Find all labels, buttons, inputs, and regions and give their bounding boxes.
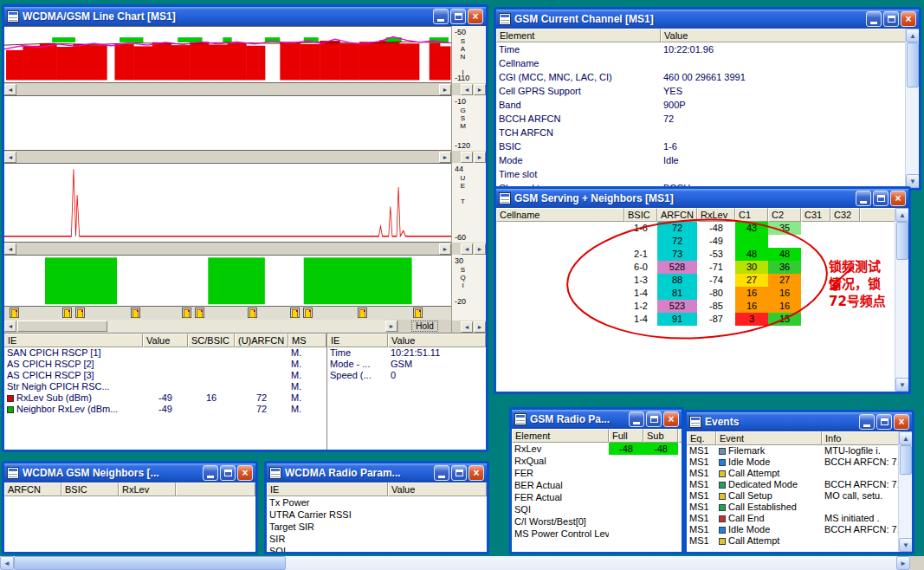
column-header[interactable]: C31 xyxy=(801,208,830,222)
table-row[interactable]: AS CPICH RSCP [2]M. xyxy=(4,359,326,370)
scroll-right-icon[interactable]: ► xyxy=(439,152,451,163)
table-row[interactable]: SIR xyxy=(267,533,487,545)
scroll-left-icon[interactable]: ◄ xyxy=(4,243,16,255)
maximize-button[interactable] xyxy=(883,11,899,27)
chart-rscp-panel[interactable] xyxy=(4,26,451,83)
table-row[interactable]: UTRA Carrier RSSI xyxy=(267,508,487,521)
scroll-up-icon[interactable]: ▲ xyxy=(895,208,908,222)
scrollbar-thumb[interactable] xyxy=(896,222,908,260)
close-button[interactable]: × xyxy=(468,9,483,24)
vertical-scrollbar[interactable]: ▲ ▼ xyxy=(905,29,919,188)
table-row[interactable]: MS1Call SetupMO call, setu. xyxy=(687,490,912,502)
chart-scrollbar[interactable]: ◄ ► xyxy=(4,83,451,95)
column-header[interactable]: BSIC xyxy=(61,483,119,496)
scroll-left-icon[interactable]: ◄ xyxy=(461,321,473,333)
scrollbar-thumb[interactable] xyxy=(14,556,286,570)
titlebar-gsm-serving-neighbors[interactable]: GSM Serving + Neighbors [MS1] × xyxy=(496,189,908,208)
table-row[interactable]: AS CPICH RSCP [3]M. xyxy=(4,370,326,381)
scroll-up-icon[interactable]: ▲ xyxy=(899,431,912,445)
phone-event-icon[interactable] xyxy=(413,308,423,318)
table-row[interactable]: Cellname xyxy=(496,56,919,70)
scroll-left-icon[interactable]: ◄ xyxy=(461,152,473,163)
maximize-button[interactable] xyxy=(451,465,467,481)
table-row[interactable]: SQI xyxy=(512,503,682,515)
scroll-right-icon[interactable]: ► xyxy=(474,84,486,95)
table-row[interactable]: MS Power Control Level xyxy=(512,528,682,540)
scroll-left-icon[interactable]: ◄ xyxy=(4,321,16,332)
scrollbar-thumb[interactable] xyxy=(900,445,912,475)
maximize-button[interactable] xyxy=(450,9,466,24)
close-button[interactable]: × xyxy=(894,414,909,430)
phone-event-icon[interactable] xyxy=(131,308,140,318)
scroll-right-icon[interactable]: ► xyxy=(474,243,486,255)
column-header[interactable]: C2 xyxy=(768,208,801,222)
table-row[interactable]: TCH ARFCN xyxy=(496,126,919,139)
phone-event-icon[interactable] xyxy=(248,308,257,318)
column-header[interactable]: C1 xyxy=(735,208,768,222)
phone-event-icon[interactable] xyxy=(195,308,204,318)
minimize-button[interactable] xyxy=(859,414,875,430)
chart-scrollbar[interactable]: ◄ ► xyxy=(4,243,451,255)
column-header[interactable]: Eq. xyxy=(687,431,716,445)
maximize-button[interactable] xyxy=(876,414,892,430)
column-header[interactable]: Cellname xyxy=(496,208,624,222)
chart-gsm-rxlev-panel[interactable] xyxy=(4,95,451,151)
table-row[interactable]: Time10:21:51.11 xyxy=(327,347,486,359)
horizontal-scrollbar[interactable]: ◄ ► xyxy=(0,556,924,570)
scroll-left-icon[interactable]: ◄ xyxy=(0,556,14,570)
scroll-left-icon[interactable]: ◄ xyxy=(461,84,473,95)
table-row[interactable]: SQI xyxy=(267,545,487,552)
hold-button[interactable]: Hold xyxy=(397,320,451,333)
maximize-button[interactable] xyxy=(220,465,236,481)
column-header[interactable]: IE xyxy=(267,483,388,496)
table-row[interactable]: Neighbor RxLev (dBm...-4972M. xyxy=(4,404,326,415)
table-row[interactable]: RxLev Sub (dBm)-491672M. xyxy=(4,392,326,404)
scroll-left-icon[interactable]: ◄ xyxy=(4,84,16,95)
axis-scrollbar[interactable]: ◄► xyxy=(452,83,486,95)
vertical-scrollbar[interactable]: ▲ ▼ xyxy=(898,431,912,552)
phone-event-icon[interactable] xyxy=(10,308,19,318)
column-header[interactable]: BSIC xyxy=(624,208,657,222)
scroll-right-icon[interactable]: ► xyxy=(474,152,486,163)
axis-scrollbar[interactable]: ◄► xyxy=(452,151,486,163)
table-row[interactable]: RxQual xyxy=(512,455,682,467)
table-row[interactable]: BSIC1-6 xyxy=(496,139,919,153)
close-button[interactable]: × xyxy=(890,191,906,206)
table-row[interactable]: 72-49 xyxy=(496,235,908,248)
scrollbar-track[interactable] xyxy=(16,320,385,333)
phone-event-icon[interactable] xyxy=(290,308,300,318)
chart-scrollbar[interactable]: ◄ ► xyxy=(4,151,451,163)
titlebar-events[interactable]: Events × xyxy=(687,412,912,431)
phone-event-icon[interactable] xyxy=(358,308,367,318)
table-row[interactable]: Mode - ...GSM xyxy=(327,359,486,370)
table-row[interactable]: MS1Dedicated ModeBCCH ARFCN: 7. xyxy=(687,479,912,490)
column-header[interactable]: RxLev xyxy=(119,483,176,496)
column-header[interactable]: Full xyxy=(609,429,643,443)
table-row[interactable]: BER Actual xyxy=(512,479,682,491)
chart-time-scrollbar[interactable]: ◄ ► Hold xyxy=(4,320,451,333)
minimize-button[interactable] xyxy=(433,9,449,24)
titlebar-gsm-current-channel[interactable]: GSM Current Channel [MS1] × xyxy=(496,10,919,29)
table-row[interactable]: Cell GPRS SupportYES xyxy=(496,84,919,98)
phone-event-icon[interactable] xyxy=(75,308,85,318)
column-header[interactable]: Event xyxy=(716,431,822,445)
table-row[interactable]: ModeIdle xyxy=(496,153,919,167)
scroll-right-icon[interactable]: ► xyxy=(439,84,451,95)
scroll-right-icon[interactable]: ► xyxy=(439,243,451,255)
minimize-button[interactable] xyxy=(856,191,871,206)
column-header[interactable]: (U)ARFCN xyxy=(235,334,288,347)
chart-sqi-panel[interactable] xyxy=(4,255,451,307)
table-row[interactable]: MS1Call Attempt xyxy=(687,468,912,479)
scroll-down-icon[interactable]: ▼ xyxy=(895,378,908,392)
maximize-button[interactable] xyxy=(646,411,662,427)
table-row[interactable]: MS1FilemarkMTU-logfile i. xyxy=(687,445,912,457)
table-row[interactable]: MS1Call EndMS initiated . xyxy=(687,513,912,524)
scrollbar-thumb[interactable] xyxy=(907,42,919,87)
table-row[interactable]: Time slot xyxy=(496,167,919,181)
table-row[interactable]: BCCH ARFCN72 xyxy=(496,112,919,126)
table-row[interactable]: MS1Call Established xyxy=(687,502,912,513)
titlebar-line-chart[interactable]: WCDMA/GSM Line Chart [MS1] × xyxy=(4,7,486,26)
table-row[interactable]: 1-491-87315 xyxy=(496,313,908,326)
table-row[interactable]: Band900P xyxy=(496,98,919,112)
table-row[interactable]: RxLev-48-48 xyxy=(512,443,682,455)
